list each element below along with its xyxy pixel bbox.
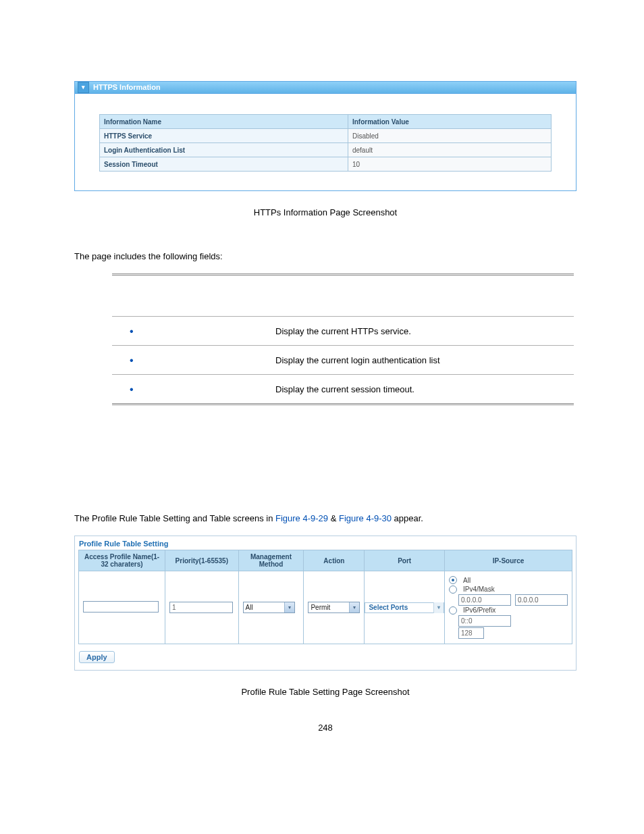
info-value: 10 (348, 157, 551, 172)
col-header-priority: Priority(1-65535) (165, 550, 239, 571)
body-paragraph: The Profile Rule Table Setting and Table… (74, 513, 576, 523)
radio-label: IPv4/Mask (463, 585, 495, 593)
col-header-profile-name: Access Profile Name(1-32 charaters) (79, 550, 165, 571)
figure-caption: Profile Rule Table Setting Page Screensh… (74, 687, 576, 697)
bullet-icon: • (130, 355, 134, 366)
radio-label: IPv6/Prefix (463, 606, 495, 614)
priority-input[interactable]: 1 (169, 602, 233, 613)
table-row: • Display the current login authenticati… (112, 346, 574, 375)
text: The Profile Rule Table Setting and Table… (74, 513, 275, 523)
profile-name-input[interactable] (83, 601, 159, 613)
table-header-row (112, 275, 574, 317)
figure-link[interactable]: Figure 4-9-29 (275, 513, 328, 523)
panel-title: Profile Rule Table Setting (75, 536, 576, 550)
select-value: Select Ports (369, 604, 408, 611)
figure-link[interactable]: Figure 4-9-30 (339, 513, 392, 523)
table-row: HTTPS Service Disabled (100, 129, 552, 143)
profile-rule-panel: Profile Rule Table Setting Access Profil… (74, 536, 576, 671)
ipv4-mask-input[interactable]: 0.0.0.0 (515, 594, 568, 606)
port-select[interactable]: Select Ports ▾ (365, 602, 444, 613)
action-select[interactable]: Permit ▾ (308, 602, 360, 613)
panel-title: HTTPS Information (93, 82, 161, 93)
col-header-method: Management Method (238, 550, 304, 571)
ip-source-radio-all[interactable] (449, 576, 459, 584)
chevron-down-icon: ▾ (433, 602, 444, 613)
radio-label: All (463, 577, 471, 584)
page-number: 248 (74, 723, 576, 733)
ip-source-radio-ipv4[interactable] (449, 585, 459, 593)
bullet-icon: • (130, 325, 134, 337)
col-header-port: Port (365, 550, 445, 571)
table-row: 1 All ▾ Permit ▾ (79, 571, 572, 644)
field-description: Display the current HTTPs service. (270, 317, 574, 346)
bullet-icon: • (130, 384, 134, 395)
chevron-down-icon: ▾ (284, 602, 294, 613)
profile-rule-table: Access Profile Name(1-32 charaters) Prio… (78, 550, 572, 644)
select-value: All (246, 604, 253, 611)
https-info-table: Information Name Information Value HTTPS… (99, 114, 552, 172)
info-name: Login Authentication List (100, 143, 348, 157)
info-name: HTTPS Service (100, 129, 348, 143)
text: & (328, 513, 339, 523)
management-method-select[interactable]: All ▾ (243, 602, 295, 613)
table-row: Session Timeout 10 (100, 157, 552, 172)
ipv4-address-input[interactable]: 0.0.0.0 (458, 594, 511, 606)
chevron-down-icon: ▾ (349, 602, 359, 613)
figure-caption: HTTPs Information Page Screenshot (74, 207, 576, 217)
ipv6-prefix-input[interactable]: 128 (458, 627, 484, 639)
info-value: Disabled (348, 129, 551, 143)
panel-header: ▾ HTTPS Information (75, 82, 576, 94)
field-description: Display the current login authentication… (270, 346, 574, 375)
col-header-action: Action (304, 550, 365, 571)
select-value: Permit (311, 604, 330, 611)
ipv6-address-input[interactable]: 0::0 (458, 615, 511, 627)
apply-button[interactable]: Apply (79, 651, 115, 663)
col-header-name: Information Name (100, 115, 348, 129)
ip-source-radio-ipv6[interactable] (449, 606, 459, 615)
col-header-value: Information Value (348, 115, 551, 129)
text: appear. (392, 513, 423, 523)
info-value: default (348, 143, 551, 157)
fields-description-table: • Display the current HTTPs service. • D… (112, 273, 574, 405)
col-header-ip-source: IP-Source (445, 550, 572, 571)
https-information-panel: ▾ HTTPS Information Information Name Inf… (74, 81, 576, 191)
info-name: Session Timeout (100, 157, 348, 172)
collapse-toggle-icon[interactable]: ▾ (78, 82, 89, 93)
table-row: • Display the current HTTPs service. (112, 317, 574, 346)
ip-source-block: All IPv4/Mask 0.0.0.0 0.0.0.0 (449, 576, 568, 639)
table-row: Login Authentication List default (100, 143, 552, 157)
table-row: • Display the current session timeout. (112, 375, 574, 405)
field-description: Display the current session timeout. (270, 375, 574, 405)
body-paragraph: The page includes the following fields: (74, 251, 576, 261)
